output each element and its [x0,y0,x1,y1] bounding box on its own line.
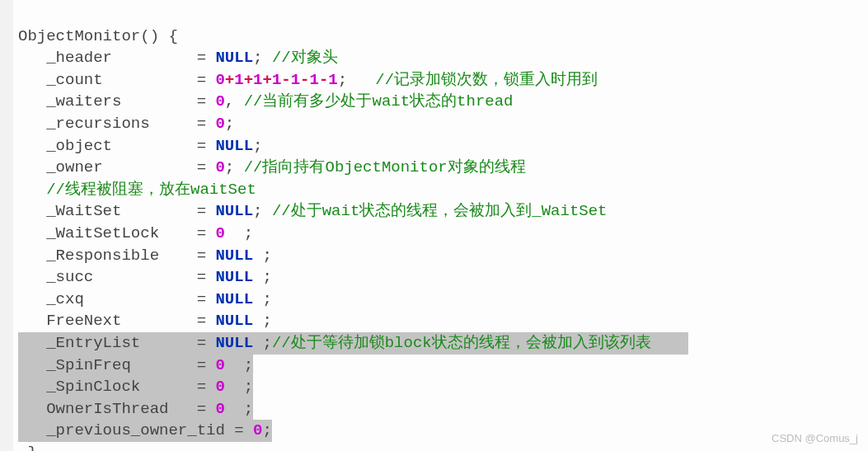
null-keyword: NULL [215,290,253,308]
responsible-lhs: _Responsible = [18,247,215,265]
highlighted-line-spinclock: _SpinClock = 0 ; [18,376,253,398]
null-keyword: NULL [215,202,253,220]
waitset-lhs: _WaitSet = [18,202,215,220]
gutter [0,0,13,451]
ownerthread-lhs: OwnerIsThread = [18,400,215,418]
succ-lhs: _succ = [18,268,215,286]
entrylist-lhs: _EntryList = [18,334,215,352]
semi: ; [253,202,272,220]
waiters-comment: //当前有多少处于wait状态的thread [244,92,514,110]
comma: , [225,92,244,110]
num-1: 1 [310,71,319,89]
num-0: 0 [215,400,224,418]
semi: ; [253,49,272,67]
semi: ; [253,268,272,286]
semi: ; [225,356,253,374]
num-0: 0 [215,71,224,89]
count-comment: //记录加锁次数，锁重入时用到 [375,71,598,89]
code-block: ObjectMonitor() { _header = NULL; //对象头 … [0,0,868,451]
spinfreq-lhs: _SpinFreq = [18,356,215,374]
recursions-lhs: _recursions = [18,115,215,133]
highlighted-line-prevtid: _previous_owner_tid = 0; [18,420,272,442]
waiters-lhs: _waiters = [18,92,215,110]
num-0: 0 [215,356,224,374]
semi: ; [225,400,253,418]
header-lhs: _header = [18,49,215,67]
prevtid-lhs: _previous_owner_tid = [18,421,253,439]
plus: + [225,71,234,89]
watermark: CSDN @Comus_j [772,431,858,446]
spinclock-lhs: _SpinClock = [18,378,215,396]
semi: ; [253,137,262,155]
num-0: 0 [253,421,262,439]
close-brace: } [18,444,37,451]
highlighted-line-entrylist: _EntryList = NULL ;//处于等待加锁block状态的线程，会被… [18,332,688,355]
minus: - [281,71,290,89]
fn-decl: ObjectMonitor() { [18,27,178,45]
num-1: 1 [291,71,300,89]
null-keyword: NULL [215,247,253,265]
semi: ; [253,290,272,308]
plus: + [262,71,271,89]
semi: ; [225,224,253,242]
semi: ; [253,312,272,330]
highlighted-line-spinfreq: _SpinFreq = 0 ; [18,355,253,377]
num-1: 1 [328,71,337,89]
null-keyword: NULL [215,334,253,352]
wslock-lhs: _WaitSetLock = [18,224,215,242]
semi: ; [225,158,244,176]
minus: - [300,71,309,89]
plus: + [244,71,253,89]
num-1: 1 [234,71,243,89]
semi: ; [225,378,253,396]
pad [651,334,689,352]
block-comment: //线程被阻塞，放在waitSet [18,181,256,199]
semi: ; [225,115,234,133]
num-1: 1 [272,71,281,89]
owner-comment: //指向持有ObjectMonitor对象的线程 [244,158,526,176]
count-lhs: _count = [18,71,215,89]
semi: ; [262,421,271,439]
entrylist-comment: //处于等待加锁block状态的线程，会被加入到该列表 [272,334,651,352]
null-keyword: NULL [215,137,253,155]
waitset-comment: //处于wait状态的线程，会被加入到_WaitSet [272,202,608,220]
num-0: 0 [215,92,224,110]
null-keyword: NULL [215,49,253,67]
semi: ; [253,247,272,265]
num-0: 0 [215,224,224,242]
semi: ; [338,71,376,89]
highlighted-line-ownerthread: OwnerIsThread = 0 ; [18,398,253,420]
num-0: 0 [215,378,224,396]
owner-lhs: _owner = [18,158,215,176]
num-0: 0 [215,158,224,176]
cxq-lhs: _cxq = [18,290,215,308]
null-keyword: NULL [215,268,253,286]
num-1: 1 [253,71,262,89]
header-comment: //对象头 [272,49,338,67]
minus: - [319,71,328,89]
object-lhs: _object = [18,137,215,155]
num-0: 0 [215,115,224,133]
null-keyword: NULL [215,312,253,330]
semi: ; [253,334,272,352]
freenext-lhs: FreeNext = [18,312,215,330]
